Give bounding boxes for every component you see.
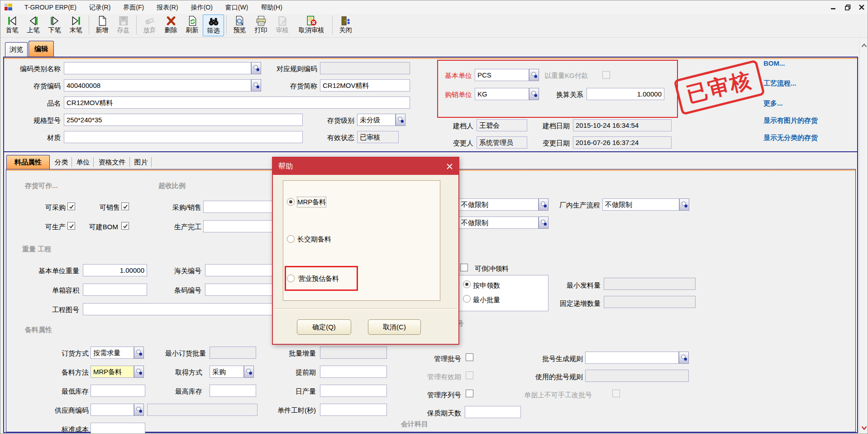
tab-images[interactable]: 图片 [131,157,152,167]
issue-by-request-radio[interactable] [463,280,471,288]
toolbar-cancel-audit-button[interactable]: 取消审核 [293,14,330,36]
purchasable-checkbox[interactable] [67,203,75,210]
code-cat-field[interactable] [64,62,251,74]
menu-item-window[interactable]: 窗口(W) [219,0,255,14]
link-more[interactable]: 更多... [763,99,783,108]
link-process-flow[interactable]: 工艺流程... [763,79,796,88]
option-long-lead-radio[interactable] [287,235,295,243]
base-unit-lookup-button[interactable] [529,69,539,81]
inv-level-lookup-button[interactable] [396,114,405,126]
menu-item-app[interactable]: T-GROUP ERP(E) [18,0,83,14]
option-mrp-radio[interactable] [287,198,295,206]
toolbar-prev-button[interactable]: 上笔 [23,14,44,36]
close-button[interactable] [855,2,868,12]
sellable-checkbox[interactable] [121,203,129,210]
unit-hours-field[interactable] [320,404,387,416]
inv-code-field[interactable]: 400400008 [64,79,251,92]
acquire-mode-lookup-button[interactable] [244,366,254,378]
toolbar-delete-button[interactable]: 删除 [160,14,181,36]
toolbar-close-button[interactable]: 关闭 [335,14,356,36]
inv-abbr-field[interactable]: CR12MOV精料 [320,79,410,92]
dialog-close-icon[interactable] [445,162,454,171]
base-unit-field[interactable]: PCS [475,69,529,81]
supplier-code-field[interactable] [91,404,134,416]
trade-unit-field[interactable]: KG [475,88,529,100]
box-volume-field[interactable] [83,284,147,296]
toolbar-refresh-button[interactable]: 刷新 [181,14,203,36]
inv-level-field[interactable]: 未分级 [357,114,396,126]
scroll-up-icon[interactable] [860,41,868,49]
dialog-cancel-button[interactable]: 取消(C) [368,319,421,335]
mg-batch-checkbox[interactable] [466,353,473,361]
material-field[interactable] [64,131,303,143]
toolbar-audit-button[interactable]: 审核 [272,14,293,36]
mg-serial-checkbox[interactable] [466,390,473,397]
restore-button[interactable] [841,2,854,12]
issue-min-batch-radio[interactable] [463,295,471,303]
tab-item-attributes[interactable]: 料品属性 [6,155,50,169]
tab-units[interactable]: 单位 [73,157,94,167]
tab-qualification-files[interactable]: 资格文件 [95,157,130,167]
drawing-no-field[interactable] [83,303,299,315]
toolbar-first-button[interactable]: 首笔 [1,14,23,36]
producible-checkbox[interactable] [67,222,75,230]
prod-name-field[interactable]: CR12MOV精料 [64,96,410,109]
toolbar-preview-button[interactable]: 预览 [229,14,250,36]
scroll-down-icon[interactable] [860,424,868,432]
link-show-unclassified[interactable]: 显示无分类的存货 [763,134,818,142]
max-stock-field[interactable] [210,385,256,397]
acquire-mode-field[interactable]: 采购 [210,366,244,378]
link-show-with-image[interactable]: 显示有图片的存货 [763,116,818,125]
option-long-lead-label[interactable]: 长交期备料 [297,234,331,244]
toolbar-filter-button[interactable]: 筛选 [203,14,224,36]
inv-code-lookup-button[interactable] [251,79,261,92]
menu-item-operate[interactable]: 操作(O) [185,0,219,14]
menu-item-record[interactable]: 记录(R) [83,0,117,14]
shelf-days-field[interactable] [465,406,521,418]
menu-item-interface[interactable]: 界面(F) [117,0,150,14]
limit1-lookup-button[interactable] [539,198,548,211]
toolbar-save-button[interactable]: 存盘 [113,14,134,36]
menu-item-help[interactable]: 帮助(H) [254,0,288,14]
menu-item-report[interactable]: 报表(R) [150,0,184,14]
toolbar-last-button[interactable]: 末笔 [65,14,86,36]
conv-field[interactable]: 1.00000 [587,88,664,100]
supplier-code-lookup-button[interactable] [134,404,144,416]
std-cost-field[interactable] [91,423,145,434]
option-mrp-label[interactable]: MRP备料 [297,197,326,207]
lead-time-field[interactable] [320,366,387,378]
spec-field[interactable]: 250*240*35 [64,114,303,126]
prep-method-field[interactable]: MRP备料 [91,366,134,378]
prep-method-lookup-button[interactable] [134,366,144,378]
dialog-title-bar[interactable]: 帮助 [273,158,458,175]
tab-edit[interactable]: 编辑 [29,41,54,57]
option-sales-forecast-radio[interactable] [287,275,295,282]
tab-browse[interactable]: 浏览 [5,42,28,57]
trade-unit-lookup-button[interactable] [529,88,539,100]
code-cat-lookup-button[interactable] [251,62,261,74]
daily-output-field[interactable] [320,385,387,397]
vertical-scrollbar[interactable] [859,39,868,434]
order-mode-field[interactable]: 按需求量 [91,347,134,359]
factory-flow-field[interactable]: 不做限制 [602,198,679,211]
tab-classification[interactable]: 分类 [51,157,72,167]
factory-flow-lookup-button[interactable] [679,198,689,211]
order-mode-lookup-button[interactable] [134,347,144,359]
toolbar-abandon-button[interactable]: 放弃 [139,14,160,36]
min-stock-field[interactable] [91,385,145,397]
toolbar-print-button[interactable]: 打印 [250,14,272,36]
can-bom-checkbox[interactable] [121,222,129,230]
base-weight-field[interactable]: 1.00000 [83,264,147,276]
backflush-checkbox[interactable] [460,264,468,271]
limit1-field[interactable]: 不做限制 [458,198,539,211]
batch-rule-lookup-button[interactable] [679,352,689,364]
dialog-ok-button[interactable]: 确定(Q) [297,319,351,335]
limit2-field[interactable]: 不做限制 [458,217,539,229]
batch-rule-field[interactable] [585,352,679,364]
limit2-lookup-button[interactable] [539,217,548,229]
toolbar-next-button[interactable]: 下笔 [44,14,65,36]
minimize-button[interactable] [827,2,839,12]
link-bom[interactable]: BOM... [763,59,785,67]
option-sales-forecast-label[interactable]: 营业预估备料 [298,274,339,284]
toolbar-new-button[interactable]: 新增 [91,14,113,36]
